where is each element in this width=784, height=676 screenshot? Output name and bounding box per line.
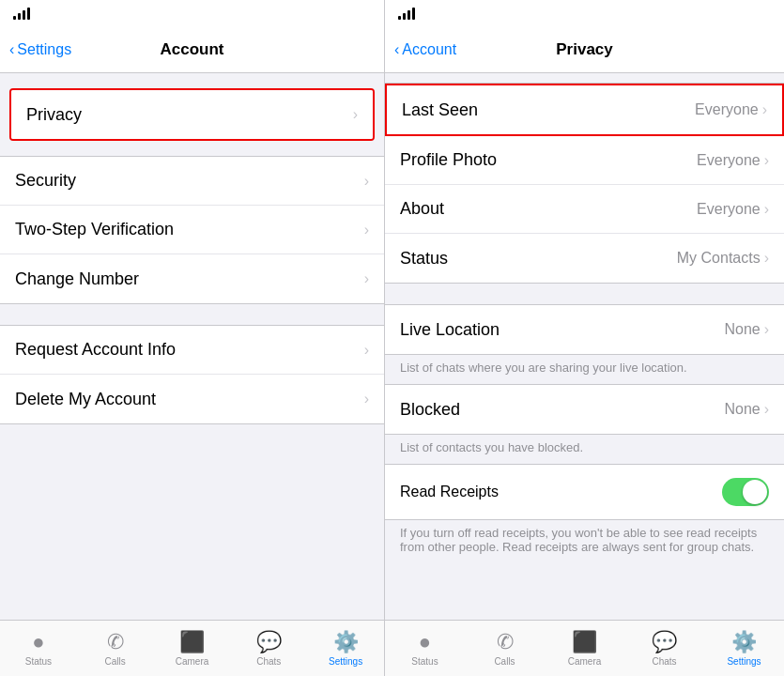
delete-account-label: Delete My Account [15,390,156,409]
left-spacer [0,304,384,325]
right-tab-status-icon: ● [419,630,431,654]
right-signal-icon [398,8,415,20]
right-tab-chats[interactable]: 💬 Chats [624,630,704,667]
privacy-item[interactable]: Privacy › [11,90,373,139]
security-label: Security [15,171,76,191]
left-tab-calls-icon: ✆ [107,630,124,654]
change-number-item[interactable]: Change Number › [0,254,384,303]
change-number-chevron-icon: › [364,270,369,287]
delete-account-chevron-icon: › [364,391,369,407]
left-tab-settings-label: Settings [329,656,362,667]
last-seen-item[interactable]: Last Seen Everyone › [387,85,782,134]
right-nav-title: Privacy [556,40,613,59]
left-list-1: Security › Two-Step Verification › Chang… [0,156,384,304]
two-step-chevron-icon: › [364,222,369,238]
left-tab-settings[interactable]: ⚙️ Settings [307,630,384,667]
right-list-1: Last Seen Everyone › Profile Photo Every… [385,83,784,284]
left-tab-calls-label: Calls [105,656,126,667]
last-seen-right: Everyone › [695,101,767,118]
read-receipts-toggle[interactable] [722,478,769,506]
right-list-4: Read Receipts [385,464,784,520]
left-tab-status-icon: ● [32,630,44,654]
right-tab-camera-label: Camera [568,656,602,667]
status-label: Status [400,249,448,269]
right-tab-status[interactable]: ● Status [385,630,465,667]
profile-photo-right: Everyone › [697,152,769,169]
left-back-button[interactable]: ‹ Settings [9,41,71,58]
read-receipts-label: Read Receipts [400,484,499,500]
left-chevron-icon: ‹ [9,41,14,58]
right-tab-status-label: Status [411,656,438,667]
read-receipts-item: Read Receipts [385,465,784,519]
right-tab-chats-label: Chats [652,656,676,667]
right-tab-calls[interactable]: ✆ Calls [465,630,545,667]
left-nav-bar: ‹ Settings Account [0,26,384,73]
privacy-highlighted-box: Privacy › [9,88,375,141]
live-location-right: None › [724,321,769,338]
status-right: My Contacts › [677,250,769,267]
status-item[interactable]: Status My Contacts › [385,234,784,283]
right-status-bar [385,0,784,26]
profile-photo-label: Profile Photo [400,150,497,170]
about-right: Everyone › [697,201,769,218]
blocked-item[interactable]: Blocked None › [385,385,784,434]
left-tab-status-label: Status [25,656,52,667]
right-back-button[interactable]: ‹ Account [394,41,456,58]
right-tab-settings-label: Settings [727,656,761,667]
left-status-bar [0,0,384,26]
request-account-chevron-icon: › [364,342,369,359]
about-label: About [400,199,444,219]
right-panel: ‹ Account Privacy Last Seen Everyone › P… [385,0,784,676]
last-seen-label: Last Seen [402,100,478,120]
right-gap-1 [385,73,784,83]
left-tab-status[interactable]: ● Status [0,630,77,667]
about-item[interactable]: About Everyone › [385,185,784,234]
profile-photo-value: Everyone [697,152,761,169]
left-tab-calls[interactable]: ✆ Calls [77,630,154,667]
profile-photo-item[interactable]: Profile Photo Everyone › [385,136,784,185]
left-tab-camera[interactable]: ⬛ Camera [154,630,231,667]
security-chevron-icon: › [364,173,369,190]
live-location-label: Live Location [400,320,500,340]
left-tab-camera-icon: ⬛ [179,630,205,654]
request-account-label: Request Account Info [15,340,176,360]
delete-account-item[interactable]: Delete My Account › [0,375,384,423]
status-value: My Contacts [677,250,761,267]
live-location-item[interactable]: Live Location None › [385,305,784,354]
right-tab-bar: ● Status ✆ Calls ⬛ Camera 💬 Chats ⚙️ Set… [385,620,784,676]
status-chevron-icon: › [764,250,769,267]
right-list-2: Live Location None › [385,304,784,355]
left-tab-chats-icon: 💬 [256,630,282,654]
last-seen-value: Everyone [695,101,759,118]
blocked-value: None [724,401,760,418]
left-panel: ‹ Settings Account Privacy › Security › … [0,0,385,676]
right-list-3: Blocked None › [385,384,784,435]
left-nav-title: Account [161,40,224,59]
right-tab-camera[interactable]: ⬛ Camera [545,630,624,667]
request-account-item[interactable]: Request Account Info › [0,326,384,375]
profile-photo-chevron-icon: › [764,152,769,169]
security-item[interactable]: Security › [0,157,384,206]
two-step-label: Two-Step Verification [15,220,174,239]
change-number-label: Change Number [15,269,139,289]
right-nav-bar: ‹ Account Privacy [385,26,784,73]
two-step-item[interactable]: Two-Step Verification › [0,206,384,254]
blocked-chevron-icon: › [764,401,769,418]
left-gap-1 [0,73,384,83]
right-tab-camera-icon: ⬛ [572,630,597,654]
right-spacer-1 [385,284,784,304]
last-seen-chevron-icon: › [762,101,767,118]
left-tab-camera-label: Camera [176,656,209,667]
left-tab-bar: ● Status ✆ Calls ⬛ Camera 💬 Chats ⚙️ Set… [0,620,384,676]
signal-icon [13,8,30,20]
blocked-description: List of contacts you have blocked. [385,435,784,464]
right-tab-chats-icon: 💬 [652,630,677,654]
left-tab-settings-icon: ⚙️ [333,630,359,654]
about-value: Everyone [697,201,761,218]
right-chevron-icon: ‹ [394,41,399,58]
left-tab-chats[interactable]: 💬 Chats [230,630,307,667]
blocked-label: Blocked [400,400,460,420]
right-tab-settings[interactable]: ⚙️ Settings [704,630,784,667]
left-back-label: Settings [17,41,71,58]
read-receipts-description: If you turn off read receipts, you won't… [385,520,784,563]
